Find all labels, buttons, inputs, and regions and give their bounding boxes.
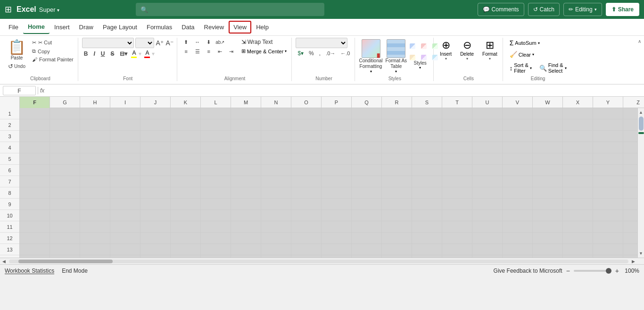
comments-button[interactable]: 💬 Comments	[478, 3, 524, 16]
table-row[interactable]	[503, 221, 533, 233]
row-9[interactable]: 9	[0, 199, 19, 210]
scroll-right-button[interactable]: ▶	[630, 259, 636, 264]
col-header-I[interactable]: I	[110, 97, 140, 108]
table-row[interactable]	[110, 153, 140, 165]
table-row[interactable]	[412, 176, 442, 187]
table-row[interactable]	[442, 108, 472, 119]
table-row[interactable]	[50, 244, 80, 255]
workbook-stats-link[interactable]: Workbook Statistics	[5, 268, 54, 274]
table-row[interactable]	[80, 119, 110, 131]
table-row[interactable]	[171, 221, 201, 233]
table-row[interactable]	[472, 199, 503, 210]
table-row[interactable]	[412, 108, 442, 119]
scroll-track[interactable]	[9, 260, 628, 263]
table-row[interactable]	[261, 153, 291, 165]
table-row[interactable]	[110, 233, 140, 244]
col-header-X[interactable]: X	[563, 97, 593, 108]
underline-button[interactable]: U	[99, 50, 107, 58]
table-row[interactable]	[231, 233, 261, 244]
table-row[interactable]	[503, 199, 533, 210]
table-row[interactable]	[201, 176, 231, 187]
table-row[interactable]	[110, 199, 140, 210]
copy-button[interactable]: ⧉ Copy	[31, 47, 75, 55]
orientation-button[interactable]: ab↗	[215, 38, 225, 46]
table-row[interactable]	[503, 244, 533, 255]
table-row[interactable]	[503, 142, 533, 153]
table-row[interactable]	[261, 210, 291, 221]
table-row[interactable]	[140, 199, 171, 210]
table-row[interactable]	[261, 176, 291, 187]
table-row[interactable]	[20, 108, 50, 119]
align-right-button[interactable]: ≡	[204, 47, 214, 56]
table-row[interactable]	[322, 153, 352, 165]
table-row[interactable]	[231, 131, 261, 142]
table-row[interactable]	[140, 108, 171, 119]
wrap-text-button[interactable]: ⇲ Wrap Text	[239, 38, 289, 46]
table-row[interactable]	[140, 233, 171, 244]
formula-input[interactable]	[46, 86, 641, 95]
table-row[interactable]	[291, 165, 322, 176]
scroll-up-button[interactable]: ▲	[638, 109, 644, 116]
table-row[interactable]	[533, 233, 563, 244]
table-row[interactable]	[231, 187, 261, 199]
table-row[interactable]	[442, 233, 472, 244]
col-header-W[interactable]: W	[533, 97, 563, 108]
table-row[interactable]	[623, 221, 637, 233]
table-row[interactable]	[291, 233, 322, 244]
ribbon-collapse-button[interactable]: ∧	[638, 39, 641, 44]
table-row[interactable]	[20, 153, 50, 165]
table-row[interactable]	[140, 187, 171, 199]
table-row[interactable]	[20, 142, 50, 153]
table-row[interactable]	[563, 165, 593, 176]
table-row[interactable]	[593, 233, 623, 244]
table-row[interactable]	[50, 233, 80, 244]
indent-inc-button[interactable]: ⇥	[226, 47, 237, 56]
table-row[interactable]	[50, 165, 80, 176]
table-row[interactable]	[442, 142, 472, 153]
catch-button[interactable]: ↺ Catch	[528, 3, 560, 16]
table-row[interactable]	[623, 131, 637, 142]
delete-button[interactable]: ⊖ Delete ▾	[458, 38, 476, 62]
table-row[interactable]	[623, 187, 637, 199]
clear-button[interactable]: 🧹 Clear ▾	[507, 50, 537, 59]
table-row[interactable]	[110, 119, 140, 131]
menu-help[interactable]: Help	[251, 21, 273, 34]
align-top-button[interactable]: ⬆	[181, 38, 191, 46]
table-row[interactable]	[623, 176, 637, 187]
table-row[interactable]	[352, 119, 382, 131]
table-row[interactable]	[352, 221, 382, 233]
table-row[interactable]	[533, 199, 563, 210]
table-row[interactable]	[442, 176, 472, 187]
scroll-thumb[interactable]	[639, 117, 644, 131]
table-row[interactable]	[623, 244, 637, 255]
table-row[interactable]	[503, 187, 533, 199]
table-row[interactable]	[261, 221, 291, 233]
table-row[interactable]	[412, 233, 442, 244]
col-header-Q[interactable]: Q	[352, 97, 382, 108]
table-row[interactable]	[472, 221, 503, 233]
table-row[interactable]	[533, 210, 563, 221]
table-row[interactable]	[623, 199, 637, 210]
table-row[interactable]	[503, 176, 533, 187]
table-row[interactable]	[201, 165, 231, 176]
table-row[interactable]	[533, 119, 563, 131]
table-row[interactable]	[201, 199, 231, 210]
table-row[interactable]	[171, 176, 201, 187]
zoom-slider[interactable]	[574, 270, 611, 272]
col-header-L[interactable]: L	[201, 97, 231, 108]
table-row[interactable]	[593, 108, 623, 119]
table-row[interactable]	[563, 221, 593, 233]
menu-insert[interactable]: Insert	[50, 21, 74, 34]
col-header-H[interactable]: H	[80, 97, 110, 108]
table-row[interactable]	[382, 199, 412, 210]
col-header-U[interactable]: U	[472, 97, 503, 108]
percent-button[interactable]: %	[307, 49, 316, 58]
table-row[interactable]	[231, 221, 261, 233]
menu-draw[interactable]: Draw	[74, 21, 98, 34]
table-row[interactable]	[50, 199, 80, 210]
table-row[interactable]	[352, 131, 382, 142]
table-row[interactable]	[201, 187, 231, 199]
table-row[interactable]	[322, 233, 352, 244]
col-header-P[interactable]: P	[322, 97, 352, 108]
table-row[interactable]	[261, 131, 291, 142]
